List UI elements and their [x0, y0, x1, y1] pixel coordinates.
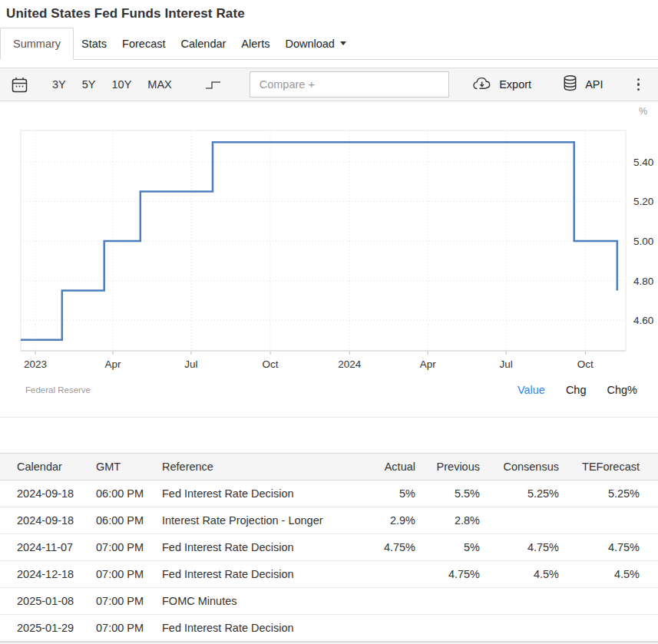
table-cell: 2024-09-18: [0, 507, 96, 534]
table-cell: [434, 615, 498, 642]
svg-text:5.40: 5.40: [633, 157, 653, 168]
table-cell: [434, 588, 498, 615]
tabs-gap: [0, 60, 658, 68]
tab-label: Alerts: [241, 38, 269, 50]
export-label: Export: [499, 78, 531, 91]
table-cell: 07:00 PM: [96, 588, 162, 615]
table-row[interactable]: 2025-01-2907:00 PMFed Interest Rate Deci…: [0, 615, 658, 642]
calendar-icon[interactable]: [11, 76, 28, 94]
table-cell: [369, 561, 434, 588]
table-cell: 5%: [434, 534, 498, 561]
table-cell: [498, 615, 577, 642]
table-cell: 07:00 PM: [96, 561, 162, 588]
tab-bar: Summary Stats Forecast Calendar Alerts D…: [0, 28, 658, 60]
tab-label: Stats: [81, 38, 107, 50]
chart-toolbar: 3Y 5Y 10Y MAX Export API: [0, 68, 658, 101]
table-cell: [498, 588, 577, 615]
tab-label: Download: [285, 38, 335, 50]
table-cell: Fed Interest Rate Decision: [162, 481, 369, 507]
chevron-down-icon: [340, 41, 346, 45]
table-cell: 2025-01-08: [0, 588, 96, 615]
api-button[interactable]: API: [562, 74, 603, 94]
svg-text:2023: 2023: [24, 358, 47, 370]
table-cell: [369, 615, 434, 642]
tab-label: Calendar: [181, 38, 226, 50]
table-row[interactable]: 2024-09-1806:00 PMInterest Rate Projecti…: [0, 507, 658, 534]
mode-chg-button[interactable]: Chg: [566, 384, 587, 396]
mode-chgpct-button[interactable]: Chg%: [607, 384, 638, 396]
column-header: Calendar: [0, 454, 96, 481]
svg-text:2024: 2024: [338, 358, 362, 370]
range-10y-button[interactable]: 10Y: [110, 75, 134, 94]
table-cell: 4.5%: [577, 561, 658, 588]
table-cell: Fed Interest Rate Decision: [162, 534, 369, 561]
table-cell: 2024-12-18: [0, 561, 96, 588]
kebab-menu-icon[interactable]: [634, 77, 643, 93]
table-cell: 06:00 PM: [96, 481, 162, 507]
rate-chart[interactable]: 5.405.205.004.804.602023AprJulOct2024Apr…: [0, 101, 658, 375]
table-cell: Fed Interest Rate Decision: [162, 615, 369, 642]
svg-text:5.20: 5.20: [633, 196, 653, 207]
tab-stats[interactable]: Stats: [74, 28, 114, 59]
table-cell: 06:00 PM: [96, 507, 162, 534]
table-cell: 5.25%: [498, 481, 577, 507]
range-5y-button[interactable]: 5Y: [80, 75, 98, 94]
table-cell: 2.9%: [369, 507, 434, 534]
column-header: GMT: [96, 454, 162, 481]
table-cell: FOMC Minutes: [162, 588, 369, 615]
tab-alerts[interactable]: Alerts: [233, 28, 277, 59]
mode-switcher: Value Chg Chg%: [517, 384, 637, 396]
tab-calendar[interactable]: Calendar: [174, 28, 234, 59]
tab-summary[interactable]: Summary: [0, 28, 74, 60]
svg-text:%: %: [639, 106, 647, 117]
table-row[interactable]: 2025-01-0807:00 PMFOMC Minutes: [0, 588, 658, 615]
step-line-icon[interactable]: [204, 77, 222, 92]
tab-label: Summary: [13, 38, 61, 50]
range-selector: 3Y 5Y 10Y MAX: [50, 75, 186, 94]
source-label: Federal Reserve: [25, 385, 91, 395]
table-cell: 4.75%: [369, 534, 434, 561]
tab-download[interactable]: Download: [277, 28, 354, 59]
table-cell: [498, 507, 577, 534]
table-cell: Interest Rate Projection - Longer: [162, 507, 369, 534]
table-cell: 5.25%: [577, 481, 658, 507]
svg-text:Apr: Apr: [104, 358, 121, 370]
export-button[interactable]: Export: [472, 76, 531, 93]
table-cell: 4.5%: [498, 561, 577, 588]
table-cell: [369, 588, 434, 615]
mode-value-button[interactable]: Value: [517, 384, 545, 396]
svg-text:Jul: Jul: [184, 358, 197, 370]
svg-text:Oct: Oct: [263, 358, 279, 370]
title-bar: United States Fed Funds Interest Rate: [0, 0, 658, 28]
range-max-button[interactable]: MAX: [145, 75, 174, 94]
table-cell: 2024-09-18: [0, 481, 96, 507]
table-cell: 5.5%: [434, 481, 498, 507]
table-cell: Fed Interest Rate Decision: [162, 561, 369, 588]
table-cell: 2024-11-07: [0, 534, 96, 561]
api-label: API: [585, 78, 603, 91]
table-cell: 4.75%: [577, 534, 658, 561]
column-header: Reference: [162, 454, 369, 481]
calendar-table: CalendarGMTReferenceActualPreviousConsen…: [0, 453, 658, 642]
table-cell: [577, 615, 658, 642]
range-3y-button[interactable]: 3Y: [50, 75, 68, 94]
column-header: TEForecast: [577, 454, 658, 481]
tab-forecast[interactable]: Forecast: [114, 28, 173, 59]
column-header: Consensus: [498, 454, 577, 481]
cloud-download-icon: [472, 76, 492, 93]
table-cell: 5%: [369, 481, 434, 507]
table-cell: [577, 507, 658, 534]
table-row[interactable]: 2024-11-0707:00 PMFed Interest Rate Deci…: [0, 534, 658, 561]
compare-input[interactable]: [250, 71, 449, 97]
table-cell: 2.8%: [434, 507, 498, 534]
svg-text:4.80: 4.80: [633, 276, 653, 287]
table-row[interactable]: 2024-09-1806:00 PMFed Interest Rate Deci…: [0, 481, 658, 507]
table-header-row: CalendarGMTReferenceActualPreviousConsen…: [0, 454, 658, 481]
table-cell: 07:00 PM: [96, 615, 162, 642]
section-gap: [0, 418, 658, 453]
table-cell: 2025-01-29: [0, 615, 96, 642]
table-cell: 4.75%: [434, 561, 498, 588]
table-cell: 4.75%: [498, 534, 577, 561]
svg-text:4.60: 4.60: [633, 315, 653, 326]
table-row[interactable]: 2024-12-1807:00 PMFed Interest Rate Deci…: [0, 561, 658, 588]
